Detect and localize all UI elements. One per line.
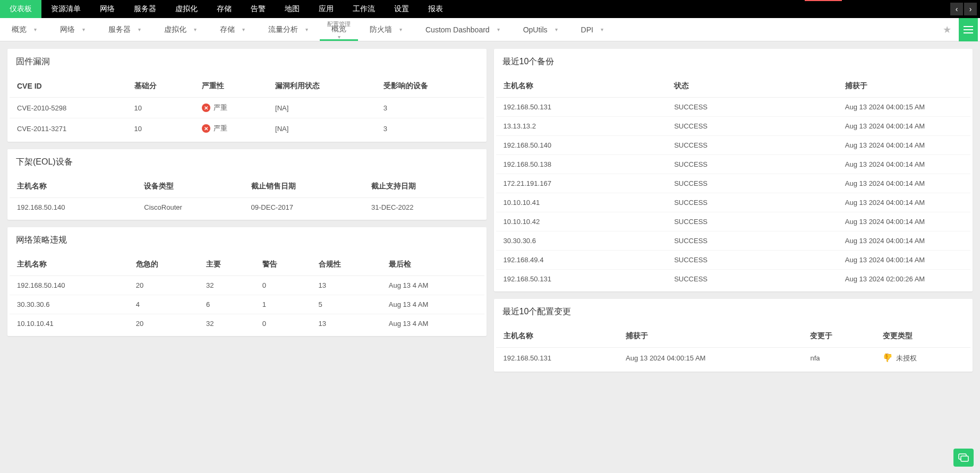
table-row[interactable]: 30.30.30.6 SUCCESS Aug 13 2024 04:00:14 … bbox=[496, 231, 971, 251]
col-eosup[interactable]: 截止支持日期 bbox=[364, 175, 484, 198]
chevron-down-icon: ▾ bbox=[242, 27, 245, 32]
col-warn[interactable]: 警告 bbox=[255, 253, 311, 276]
cell-ts: Aug 13 2024 04:00:14 AM bbox=[838, 155, 970, 174]
subnav-item-5[interactable]: 流量分析▾ bbox=[257, 18, 320, 41]
subnav-item-0[interactable]: 概览▾ bbox=[0, 18, 48, 41]
cell-status: SUCCESS bbox=[667, 98, 838, 117]
col-score[interactable]: 基础分 bbox=[127, 75, 194, 98]
cell-host: 192.168.50.140 bbox=[496, 136, 667, 155]
cell-eos: 09-DEC-2017 bbox=[244, 198, 364, 217]
cell-host: 192.168.50.131 bbox=[496, 98, 667, 117]
cell-score: 10 bbox=[127, 118, 194, 139]
col-ts[interactable]: 捕获于 bbox=[838, 75, 970, 98]
table-row[interactable]: 192.168.50.140 CiscoRouter 09-DEC-2017 3… bbox=[10, 198, 484, 217]
table-row[interactable]: 192.168.50.131 Aug 13 2024 04:00:15 AM n… bbox=[496, 348, 971, 369]
chevron-down-icon: ▾ bbox=[555, 27, 558, 32]
table-row[interactable]: 172.21.191.167 SUCCESS Aug 13 2024 04:00… bbox=[496, 174, 971, 193]
table-row[interactable]: CVE-2010-5298 10 ✕严重 [NA] 3 bbox=[10, 98, 484, 118]
table-row[interactable]: 192.168.50.140 SUCCESS Aug 13 2024 04:00… bbox=[496, 136, 971, 155]
cell-ts: Aug 13 2024 04:00:14 AM bbox=[838, 117, 970, 136]
config-changes-panel: 最近10个配置变更 主机名称 捕获于 变更于 变更类型 192.168.50.1… bbox=[494, 299, 973, 372]
topnav-item-3[interactable]: 服务器 bbox=[124, 0, 166, 18]
col-eos[interactable]: 截止销售日期 bbox=[244, 175, 364, 198]
table-row[interactable]: 192.168.50.131 SUCCESS Aug 13 2024 04:00… bbox=[496, 98, 971, 117]
subnav-item-4[interactable]: 存储▾ bbox=[208, 18, 257, 41]
cell-cve: CVE-2010-5298 bbox=[10, 98, 127, 118]
col-affected[interactable]: 受影响的设备 bbox=[376, 75, 484, 98]
subnav-item-8[interactable]: Custom Dashboard▾ bbox=[414, 18, 512, 41]
table-row[interactable]: 192.168.50.131 SUCCESS Aug 13 2024 02:00… bbox=[496, 270, 971, 289]
col-last[interactable]: 最后检 bbox=[381, 253, 484, 276]
table-row[interactable]: 192.168.50.140 20 32 0 13 Aug 13 4 AM bbox=[10, 276, 484, 295]
table-row[interactable]: 192.168.49.4 SUCCESS Aug 13 2024 04:00:1… bbox=[496, 251, 971, 270]
col-exploit[interactable]: 漏洞利用状态 bbox=[268, 75, 376, 98]
table-row[interactable]: 30.30.30.6 4 6 1 5 Aug 13 4 AM bbox=[10, 295, 484, 314]
table-row[interactable]: 10.10.10.41 20 32 0 13 Aug 13 4 AM bbox=[10, 314, 484, 333]
panel-title: 最近10个配置变更 bbox=[494, 299, 973, 325]
col-ctype[interactable]: 变更类型 bbox=[875, 325, 970, 348]
topnav-item-10[interactable]: 设置 bbox=[385, 0, 419, 18]
cell-affected: 3 bbox=[376, 98, 484, 118]
topnav-item-4[interactable]: 虚拟化 bbox=[166, 0, 207, 18]
firmware-table: CVE ID 基础分 严重性 漏洞利用状态 受影响的设备 CVE-2010-52… bbox=[10, 75, 484, 139]
menu-toggle-button[interactable] bbox=[959, 18, 978, 41]
cell-sev: ✕严重 bbox=[194, 118, 268, 139]
subnav-item-3[interactable]: 虚拟化▾ bbox=[152, 18, 208, 41]
panel-title: 固件漏洞 bbox=[7, 49, 487, 75]
table-row[interactable]: 13.13.13.2 SUCCESS Aug 13 2024 04:00:14 … bbox=[496, 117, 971, 136]
cell-host: 192.168.50.138 bbox=[496, 155, 667, 174]
col-changedby[interactable]: 变更于 bbox=[803, 325, 875, 348]
subnav-item-7[interactable]: 防火墙▾ bbox=[358, 18, 414, 41]
chevron-down-icon: ▾ bbox=[305, 27, 308, 32]
table-row[interactable]: CVE-2011-3271 10 ✕严重 [NA] 3 bbox=[10, 118, 484, 139]
topnav-item-8[interactable]: 应用 bbox=[309, 0, 343, 18]
col-host[interactable]: 主机名称 bbox=[496, 325, 619, 348]
cell-ts: Aug 13 2024 04:00:14 AM bbox=[838, 251, 970, 270]
cell-status: SUCCESS bbox=[667, 251, 838, 270]
col-sev[interactable]: 严重性 bbox=[194, 75, 268, 98]
topnav-item-6[interactable]: 告警 bbox=[241, 0, 275, 18]
col-crit[interactable]: 危急的 bbox=[129, 253, 199, 276]
chevron-down-icon: ▾ bbox=[338, 34, 340, 40]
cell-status: SUCCESS bbox=[667, 117, 838, 136]
topnav-item-2[interactable]: 网络 bbox=[90, 0, 124, 18]
favorite-icon[interactable]: ★ bbox=[938, 24, 957, 36]
subnav-item-9[interactable]: OpUtils▾ bbox=[512, 18, 569, 41]
col-captured[interactable]: 捕获于 bbox=[618, 325, 803, 348]
topnav-item-11[interactable]: 报表 bbox=[419, 0, 453, 18]
cell-host: 172.21.191.167 bbox=[496, 174, 667, 193]
table-row[interactable]: 192.168.50.138 SUCCESS Aug 13 2024 04:00… bbox=[496, 155, 971, 174]
col-host[interactable]: 主机名称 bbox=[10, 175, 137, 198]
table-row[interactable]: 10.10.10.41 SUCCESS Aug 13 2024 04:00:14… bbox=[496, 193, 971, 212]
subnav-item-2[interactable]: 服务器▾ bbox=[97, 18, 152, 41]
col-status[interactable]: 状态 bbox=[667, 75, 838, 98]
severity-critical-icon: ✕ bbox=[202, 104, 210, 112]
subnav-item-1[interactable]: 网络▾ bbox=[48, 18, 97, 41]
topnav-item-0[interactable]: 仪表板 bbox=[0, 0, 41, 18]
col-comp[interactable]: 合规性 bbox=[311, 253, 381, 276]
nav-prev-button[interactable]: ‹ bbox=[950, 3, 963, 15]
topnav-item-7[interactable]: 地图 bbox=[275, 0, 309, 18]
topnav-item-9[interactable]: 工作流 bbox=[343, 0, 385, 18]
cell-affected: 3 bbox=[376, 118, 484, 139]
subnav-label: DPI bbox=[581, 25, 593, 34]
topnav-item-5[interactable]: 存储 bbox=[207, 0, 241, 18]
nav-next-button[interactable]: › bbox=[964, 3, 977, 15]
cell-ctype: 👎未授权 bbox=[875, 348, 970, 369]
table-row[interactable]: 10.10.10.42 SUCCESS Aug 13 2024 04:00:14… bbox=[496, 212, 971, 231]
top-nav: 仪表板资源清单网络服务器虚拟化存储告警地图应用工作流设置报表 ‹ › bbox=[0, 0, 980, 18]
col-cve[interactable]: CVE ID bbox=[10, 75, 127, 98]
col-type[interactable]: 设备类型 bbox=[137, 175, 243, 198]
sub-nav: 概览▾网络▾服务器▾虚拟化▾存储▾流量分析▾配置管理概览▾防火墙▾Custom … bbox=[0, 18, 980, 41]
backups-table: 主机名称 状态 捕获于 192.168.50.131 SUCCESS Aug 1… bbox=[496, 75, 971, 288]
col-host[interactable]: 主机名称 bbox=[10, 253, 129, 276]
cell-eosup: 31-DEC-2022 bbox=[364, 198, 484, 217]
cell-crit: 20 bbox=[129, 276, 199, 295]
alert-indicator bbox=[805, 0, 842, 1]
col-host[interactable]: 主机名称 bbox=[496, 75, 667, 98]
topnav-item-1[interactable]: 资源清单 bbox=[41, 0, 90, 18]
subnav-item-10[interactable]: DPI▾ bbox=[569, 18, 615, 41]
cell-score: 10 bbox=[127, 98, 194, 118]
subnav-item-6[interactable]: 配置管理概览▾ bbox=[320, 18, 358, 41]
col-major[interactable]: 主要 bbox=[199, 253, 255, 276]
